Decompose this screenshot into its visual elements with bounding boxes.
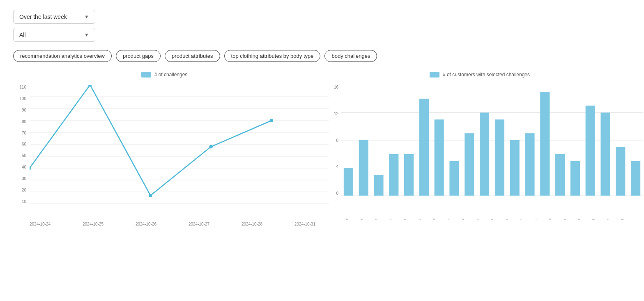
- svg-text:Bottom: balanced: Bottom: balanced: [422, 218, 436, 220]
- svg-rect-29: [465, 133, 474, 196]
- svg-point-14: [209, 145, 212, 148]
- svg-text:Neck: Long neck: Neck: Long neck: [582, 218, 595, 220]
- svg-text:Thighs: balanced: Thighs: balanced: [341, 218, 349, 220]
- svg-rect-25: [404, 154, 414, 196]
- bar-chart-svg: [341, 85, 643, 196]
- filter-row: Over the last week ▼ All ▼: [13, 10, 631, 42]
- svg-rect-28: [449, 161, 459, 196]
- svg-rect-30: [480, 113, 489, 196]
- tab-product-attributes[interactable]: product attributes: [165, 50, 220, 62]
- time-filter-chevron-icon: ▼: [84, 14, 89, 20]
- svg-rect-24: [389, 154, 398, 196]
- y-axis: 110 100 90 80 70 60 50 40 30 20 10: [13, 85, 28, 204]
- svg-text:Legs: balanced: Legs: balanced: [380, 218, 392, 220]
- svg-rect-22: [359, 140, 368, 196]
- svg-text:Wrist: large: Wrist: large: [513, 218, 523, 220]
- bar-chart-legend-box: [430, 72, 439, 78]
- svg-text:extra2: extra2: [617, 218, 624, 220]
- tab-product-gaps[interactable]: product gaps: [116, 50, 161, 62]
- tab-top-clothing-attributes[interactable]: top clothing attributes by body type: [224, 50, 321, 62]
- svg-rect-40: [631, 161, 640, 196]
- svg-rect-35: [555, 154, 565, 196]
- svg-rect-33: [525, 133, 534, 196]
- line-chart-svg: [30, 85, 332, 204]
- bar-chart-legend-label: # of customers with selected challenges: [443, 72, 530, 78]
- line-chart-container: # of challenges 110 100 90 80 70 60 50 4…: [13, 72, 315, 226]
- bar-chart-container: # of customers with selected challenges …: [329, 72, 631, 220]
- svg-text:Shoulders: balanced: Shoulders: balanced: [565, 218, 580, 220]
- line-chart-title: # of challenges: [13, 72, 315, 78]
- segment-filter-chevron-icon: ▼: [84, 32, 89, 38]
- time-filter-dropdown[interactable]: Over the last week ▼: [13, 10, 95, 24]
- svg-text:Waist: long waist: Waist: long waist: [480, 218, 494, 220]
- svg-rect-26: [419, 99, 429, 196]
- svg-rect-38: [600, 113, 610, 196]
- svg-text:Hips: balanced: Hips: balanced: [409, 218, 421, 220]
- charts-row: # of challenges 110 100 90 80 70 60 50 4…: [13, 72, 631, 226]
- line-chart-legend-box: [141, 72, 151, 78]
- segment-filter-label: All: [19, 32, 26, 38]
- tab-recommendation-analytics-overview[interactable]: recommendation analytics overview: [13, 50, 112, 62]
- segment-filter-dropdown[interactable]: All ▼: [13, 28, 95, 42]
- time-filter-label: Over the last week: [19, 14, 67, 20]
- svg-point-13: [149, 194, 152, 197]
- svg-point-15: [270, 119, 273, 122]
- svg-rect-23: [374, 175, 383, 196]
- svg-rect-21: [344, 168, 353, 196]
- svg-rect-39: [616, 147, 625, 196]
- svg-text:Arms: balanced: Arms: balanced: [539, 218, 552, 220]
- svg-text:extra1: extra1: [603, 218, 610, 220]
- svg-text:Wrist: medium: Wrist: medium: [525, 218, 537, 220]
- page-wrapper: Over the last week ▼ All ▼ recommendatio…: [0, 0, 644, 301]
- tab-body-challenges[interactable]: body challenges: [324, 50, 377, 62]
- bar-chart-x-labels: Thighs: balanced Thighs: Wide thighs and…: [341, 196, 631, 220]
- tabs-row: recommendation analytics overviewproduct…: [13, 50, 631, 62]
- svg-text:Legs: long legs: Legs: long legs: [394, 218, 407, 220]
- svg-rect-36: [570, 161, 580, 196]
- bar-chart-title: # of customers with selected challenges: [329, 72, 631, 78]
- line-chart-legend-label: # of challenges: [154, 72, 188, 78]
- svg-text:Waist short waist: Waist short waist: [466, 218, 479, 220]
- svg-text:Bottom: Big booty: Bottom: Big booty: [436, 218, 451, 220]
- svg-text:Chest: small chest: Chest: small chest: [494, 218, 508, 220]
- svg-rect-34: [540, 92, 550, 196]
- line-chart-x-labels: 2024-10-24 2024-10-25 2024-10-26 2024-10…: [30, 222, 315, 226]
- bar-y-axis: 16 12 8 4 0: [329, 85, 340, 196]
- svg-rect-27: [435, 119, 444, 196]
- svg-text:Thighs: Wide thighs: Thighs: Wide thighs: [348, 218, 363, 220]
- svg-rect-31: [495, 119, 504, 196]
- svg-rect-37: [586, 106, 595, 196]
- svg-rect-32: [510, 140, 520, 196]
